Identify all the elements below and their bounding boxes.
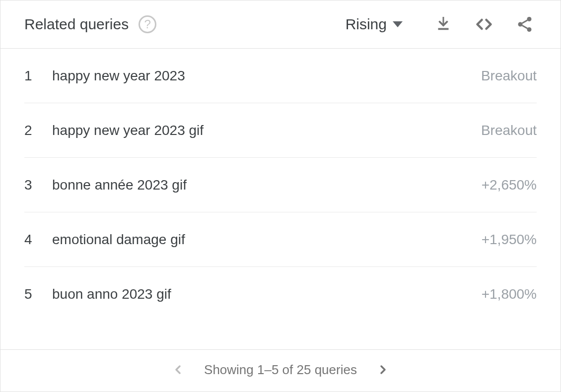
svg-point-3 (527, 17, 532, 21)
query-value: +2,650% (482, 177, 537, 193)
share-icon (516, 15, 534, 33)
embed-button[interactable] (472, 12, 496, 36)
query-rank: 2 (24, 123, 52, 138)
svg-line-7 (522, 25, 528, 28)
help-icon[interactable]: ? (139, 15, 156, 33)
query-rank: 1 (24, 68, 52, 84)
query-text: happy new year 2023 gif (52, 123, 481, 138)
query-row[interactable]: 3 bonne année 2023 gif +2,650% (24, 158, 537, 212)
pager: Showing 1–5 of 25 queries (0, 349, 561, 392)
query-row[interactable]: 1 happy new year 2023 Breakout (24, 49, 537, 103)
sort-label: Rising (346, 16, 387, 33)
query-text: bonne année 2023 gif (52, 177, 482, 193)
svg-point-4 (518, 22, 523, 27)
query-list: 1 happy new year 2023 Breakout 2 happy n… (0, 49, 561, 349)
prev-page-button[interactable] (168, 360, 188, 380)
query-value: +1,950% (482, 232, 537, 248)
query-row[interactable]: 2 happy new year 2023 gif Breakout (24, 103, 537, 158)
query-rank: 4 (24, 232, 52, 248)
query-row[interactable]: 5 buon anno 2023 gif +1,800% (24, 267, 537, 322)
svg-marker-2 (438, 17, 448, 27)
pager-text: Showing 1–5 of 25 queries (204, 362, 357, 378)
sort-dropdown[interactable]: Rising (346, 16, 403, 33)
query-row[interactable]: 4 emotional damage gif +1,950% (24, 212, 537, 267)
chevron-right-icon (377, 364, 389, 376)
code-icon (475, 15, 493, 33)
chevron-down-icon (393, 21, 403, 27)
query-value: +1,800% (482, 286, 537, 302)
svg-point-5 (527, 27, 532, 32)
query-text: emotional damage gif (52, 232, 482, 248)
query-value: Breakout (481, 123, 537, 138)
download-icon (434, 15, 452, 33)
card-header: Related queries ? Rising (0, 0, 561, 48)
related-queries-card: Related queries ? Rising (0, 0, 561, 392)
share-button[interactable] (513, 12, 537, 36)
next-page-button[interactable] (373, 360, 393, 380)
card-title: Related queries (24, 16, 129, 33)
query-text: buon anno 2023 gif (52, 286, 482, 302)
download-button[interactable] (431, 12, 455, 36)
query-value: Breakout (481, 68, 537, 84)
chevron-left-icon (172, 364, 184, 376)
query-rank: 3 (24, 177, 52, 193)
query-rank: 5 (24, 286, 52, 302)
svg-line-6 (522, 20, 528, 23)
svg-rect-1 (438, 28, 449, 30)
query-text: happy new year 2023 (52, 68, 481, 84)
